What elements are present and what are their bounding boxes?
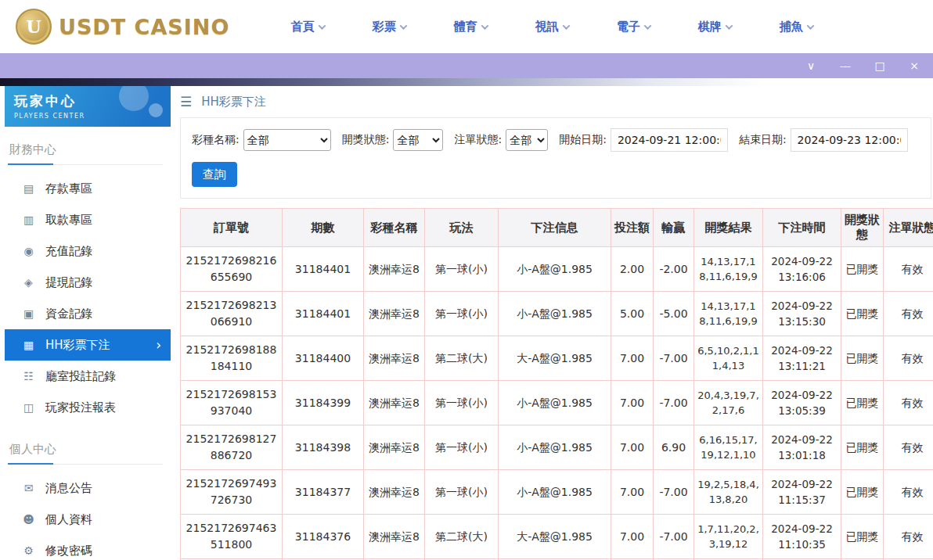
end-date-label: 結束日期: [739,133,787,147]
nav-item-label: 捕魚 [780,20,803,34]
cell-order-no: 2152172698216655690 [181,247,283,292]
cell-bet-time: 2024-09-22 11:10:35 [763,515,841,559]
chevron-right-icon: › [156,337,161,353]
sidebar-item-hh-lottery-bets[interactable]: ▦HH彩票下注› [5,329,171,361]
start-date-label: 開始日期: [559,133,607,147]
end-date-input[interactable] [791,128,908,152]
player-report-icon: ◫ [22,401,35,414]
cell-win-loss: -7.00 [654,470,694,515]
sidebar-item-announcements[interactable]: ✉消息公告 [5,472,171,504]
main-content: ☰ HH彩票下注 彩種名稱: 全部 開獎狀態: 全部 注單狀態: 全部 開始日期… [171,86,933,560]
cell-period: 31184376 [283,515,364,559]
cell-draw-result: 6,16,15,17,19,12,1,10 [694,425,763,470]
column-header-bet-info: 下注信息 [499,209,611,247]
cell-bet-time: 2024-09-22 13:05:39 [763,381,841,425]
cell-win-loss: -7.00 [654,381,694,425]
start-date-input[interactable] [611,128,728,152]
cell-bet-time: 2024-09-22 13:01:18 [763,425,841,470]
search-button[interactable]: 查詢 [192,162,237,187]
maximize-button[interactable]: □ [874,60,886,71]
decor-gradient-strip [0,78,933,86]
cell-order-status: 有效 [884,515,933,559]
sidebar-item-label: 廳室投註記錄 [45,369,116,384]
cell-play: 第一球(小) [425,425,499,470]
cell-bet-amount: 7.00 [611,381,654,425]
cell-bet-time: 2024-09-22 11:15:37 [763,470,841,515]
cell-bet-amount: 5.00 [611,292,654,336]
cell-order-status: 有效 [884,336,933,381]
cell-play: 第一球(小) [425,470,499,515]
cell-bet-info: 小-A盤@1.985 [499,292,611,336]
cell-play: 第一球(小) [425,292,499,336]
sidebar-item-player-bet-report[interactable]: ◫玩家投注報表 [5,392,171,423]
nav-item-electronic[interactable]: 電子 [593,11,674,42]
cell-period: 31184399 [283,381,364,425]
sidebar-item-withdraw-record[interactable]: ◈提現記錄 [5,267,171,298]
players-center-subtitle: PLAYERS CENTER [14,113,161,120]
cell-lottery-name: 澳洲幸运8 [364,247,425,292]
column-header-draw-status: 開獎狀態 [841,209,884,247]
cell-order-no: 2152172697493726730 [181,470,283,515]
sidebar-item-deposit[interactable]: ▤存款專區 [5,173,171,204]
draw-status-select[interactable]: 全部 [393,129,443,151]
table-row: 215217269746351180031184376澳洲幸运8第二球(大)大-… [181,515,933,559]
cell-draw-result: 6,5,10,2,1,11,4,13 [694,336,763,381]
cell-period: 31184401 [283,292,364,336]
chevron-down-icon [643,22,651,30]
minimize-button[interactable]: — [839,60,852,71]
cell-draw-status: 已開獎 [841,381,884,425]
nav-item-lottery[interactable]: 彩票 [348,11,430,42]
nav-item-home[interactable]: 首頁 [267,11,348,42]
top-nav: 首頁彩票體育視訊電子棋牌捕魚 [267,11,837,42]
table-row: 215217269821665569031184401澳洲幸运8第一球(小)小-… [181,247,933,292]
sidebar-item-label: 充值記錄 [45,244,92,259]
nav-item-sports[interactable]: 體育 [430,11,511,42]
sidebar-item-recharge-record[interactable]: ◉充值記錄 [5,235,171,267]
order-status-select[interactable]: 全部 [506,129,548,151]
collapse-button[interactable]: ∨ [805,60,817,71]
withdraw-record-icon: ◈ [22,276,35,289]
logo-monogram: U [26,16,41,37]
lottery-name-select[interactable]: 全部 [243,129,331,151]
cell-draw-status: 已開獎 [841,336,884,381]
sidebar-item-label: HH彩票下注 [45,338,110,353]
cell-bet-info: 小-A盤@1.985 [499,247,611,292]
sidebar-menu: 財務中心▤存款專區▥取款專區◉充值記錄◈提現記錄▣資金記錄▦HH彩票下注›☷廳室… [5,138,171,560]
withdraw-money-icon: ▥ [22,214,35,226]
filter-panel: 彩種名稱: 全部 開獎狀態: 全部 注單狀態: 全部 開始日期: 結束日期: 查… [180,117,931,199]
cell-play: 第二球(大) [425,515,499,559]
cell-bet-time: 2024-09-22 13:15:30 [763,292,841,336]
chevron-down-icon [725,22,733,30]
page-title: HH彩票下注 [201,95,266,109]
cell-play: 第一球(小) [425,247,499,292]
logo[interactable]: U USDT CASINO [16,9,229,45]
bets-table: 訂單號期數彩種名稱玩法下注信息投注額輸贏開獎結果下注時間開獎狀態注單狀態 215… [180,208,933,560]
cell-bet-amount: 7.00 [611,336,654,381]
cell-bet-amount: 7.00 [611,425,654,470]
cell-period: 31184398 [283,425,364,470]
cell-bet-info: 小-A盤@1.985 [499,425,611,470]
cell-bet-amount: 7.00 [611,470,654,515]
nav-item-video[interactable]: 視訊 [511,11,593,42]
close-button[interactable]: × [908,60,920,71]
nav-item-fishing[interactable]: 捕魚 [755,11,837,42]
section-label-personal: 個人中心 [8,437,163,465]
sidebar-item-change-password[interactable]: ⚙修改密碼 [5,535,171,560]
cell-draw-result: 14,13,17,18,11,6,19,9 [694,292,763,336]
hamburger-menu-icon[interactable]: ☰ [180,94,192,109]
chevron-down-icon [318,22,326,30]
nav-item-chess[interactable]: 棋牌 [674,11,755,42]
cell-draw-status: 已開獎 [841,247,884,292]
nav-item-label: 棋牌 [698,20,722,34]
sidebar-item-label: 取款專區 [45,213,92,228]
sidebar-item-withdraw[interactable]: ▥取款專區 [5,204,171,235]
funds-record-icon: ▣ [22,307,35,320]
cell-order-status: 有效 [884,425,933,470]
sidebar-item-profile[interactable]: ☻個人資料 [5,504,171,535]
cell-draw-result: 19,2,5,18,4,13,8,20 [694,470,763,515]
lottery-bets-icon: ▦ [22,339,35,351]
cell-order-no: 2152172697463511800 [181,515,283,559]
chevron-down-icon [806,22,814,30]
sidebar-item-room-bet-records[interactable]: ☷廳室投註記錄 [5,361,171,392]
sidebar-item-funds-record[interactable]: ▣資金記錄 [5,298,171,329]
